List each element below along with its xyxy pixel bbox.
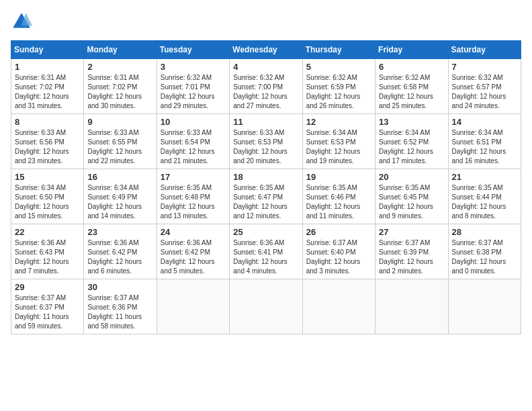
day-number: 3 bbox=[161, 62, 226, 72]
day-info: Sunrise: 6:36 AM Sunset: 6:41 PM Dayligh… bbox=[233, 238, 298, 276]
day-info: Sunrise: 6:35 AM Sunset: 6:48 PM Dayligh… bbox=[161, 183, 226, 221]
day-number: 20 bbox=[379, 172, 444, 182]
day-info: Sunrise: 6:36 AM Sunset: 6:42 PM Dayligh… bbox=[161, 238, 226, 276]
day-cell: 2 Sunrise: 6:31 AM Sunset: 7:02 PM Dayli… bbox=[84, 59, 157, 114]
day-cell bbox=[302, 279, 375, 334]
day-number: 23 bbox=[87, 227, 152, 237]
week-row-5: 29 Sunrise: 6:37 AM Sunset: 6:37 PM Dayl… bbox=[11, 279, 521, 334]
day-info: Sunrise: 6:35 AM Sunset: 6:46 PM Dayligh… bbox=[306, 183, 371, 221]
day-cell: 20 Sunrise: 6:35 AM Sunset: 6:45 PM Dayl… bbox=[375, 169, 448, 224]
day-cell: 10 Sunrise: 6:33 AM Sunset: 6:54 PM Dayl… bbox=[157, 114, 229, 169]
day-cell: 28 Sunrise: 6:37 AM Sunset: 6:38 PM Dayl… bbox=[448, 224, 521, 279]
day-info: Sunrise: 6:32 AM Sunset: 6:59 PM Dayligh… bbox=[306, 73, 371, 111]
day-cell bbox=[375, 279, 448, 334]
day-cell: 17 Sunrise: 6:35 AM Sunset: 6:48 PM Dayl… bbox=[157, 169, 229, 224]
day-cell: 9 Sunrise: 6:33 AM Sunset: 6:55 PM Dayli… bbox=[84, 114, 157, 169]
day-number: 6 bbox=[379, 62, 444, 72]
day-header-friday: Friday bbox=[375, 41, 448, 59]
day-info: Sunrise: 6:34 AM Sunset: 6:50 PM Dayligh… bbox=[15, 183, 80, 221]
day-info: Sunrise: 6:34 AM Sunset: 6:51 PM Dayligh… bbox=[452, 128, 517, 166]
day-number: 22 bbox=[15, 227, 80, 237]
day-number: 27 bbox=[379, 227, 444, 237]
day-info: Sunrise: 6:33 AM Sunset: 6:53 PM Dayligh… bbox=[233, 128, 298, 166]
day-number: 28 bbox=[452, 227, 517, 237]
day-header-saturday: Saturday bbox=[448, 41, 521, 59]
day-number: 7 bbox=[452, 62, 517, 72]
day-header-tuesday: Tuesday bbox=[157, 41, 229, 59]
day-number: 4 bbox=[233, 62, 298, 72]
day-number: 5 bbox=[306, 62, 371, 72]
day-info: Sunrise: 6:36 AM Sunset: 6:43 PM Dayligh… bbox=[15, 238, 80, 276]
day-cell: 15 Sunrise: 6:34 AM Sunset: 6:50 PM Dayl… bbox=[11, 169, 84, 224]
day-number: 18 bbox=[233, 172, 298, 182]
week-row-3: 15 Sunrise: 6:34 AM Sunset: 6:50 PM Dayl… bbox=[11, 169, 521, 224]
day-cell: 21 Sunrise: 6:35 AM Sunset: 6:44 PM Dayl… bbox=[448, 169, 521, 224]
day-cell: 13 Sunrise: 6:34 AM Sunset: 6:52 PM Dayl… bbox=[375, 114, 448, 169]
day-info: Sunrise: 6:32 AM Sunset: 7:01 PM Dayligh… bbox=[161, 73, 226, 111]
day-cell: 24 Sunrise: 6:36 AM Sunset: 6:42 PM Dayl… bbox=[157, 224, 229, 279]
day-cell: 11 Sunrise: 6:33 AM Sunset: 6:53 PM Dayl… bbox=[230, 114, 302, 169]
day-number: 15 bbox=[15, 172, 80, 182]
day-info: Sunrise: 6:31 AM Sunset: 7:02 PM Dayligh… bbox=[15, 73, 80, 111]
day-number: 25 bbox=[233, 227, 298, 237]
day-number: 1 bbox=[15, 62, 80, 72]
day-info: Sunrise: 6:36 AM Sunset: 6:42 PM Dayligh… bbox=[87, 238, 152, 276]
day-info: Sunrise: 6:35 AM Sunset: 6:47 PM Dayligh… bbox=[233, 183, 298, 221]
day-cell: 22 Sunrise: 6:36 AM Sunset: 6:43 PM Dayl… bbox=[11, 224, 84, 279]
day-cell: 6 Sunrise: 6:32 AM Sunset: 6:58 PM Dayli… bbox=[375, 59, 448, 114]
day-header-sunday: Sunday bbox=[11, 41, 84, 59]
day-number: 11 bbox=[233, 117, 298, 127]
day-info: Sunrise: 6:32 AM Sunset: 7:00 PM Dayligh… bbox=[233, 73, 298, 111]
day-info: Sunrise: 6:33 AM Sunset: 6:55 PM Dayligh… bbox=[87, 128, 152, 166]
day-cell: 3 Sunrise: 6:32 AM Sunset: 7:01 PM Dayli… bbox=[157, 59, 229, 114]
day-number: 24 bbox=[161, 227, 226, 237]
day-info: Sunrise: 6:34 AM Sunset: 6:52 PM Dayligh… bbox=[379, 128, 444, 166]
day-info: Sunrise: 6:35 AM Sunset: 6:45 PM Dayligh… bbox=[379, 183, 444, 221]
day-info: Sunrise: 6:37 AM Sunset: 6:36 PM Dayligh… bbox=[87, 293, 152, 331]
day-number: 8 bbox=[15, 117, 80, 127]
day-info: Sunrise: 6:33 AM Sunset: 6:54 PM Dayligh… bbox=[161, 128, 226, 166]
week-row-4: 22 Sunrise: 6:36 AM Sunset: 6:43 PM Dayl… bbox=[11, 224, 521, 279]
day-cell: 29 Sunrise: 6:37 AM Sunset: 6:37 PM Dayl… bbox=[11, 279, 84, 334]
day-cell: 26 Sunrise: 6:37 AM Sunset: 6:40 PM Dayl… bbox=[302, 224, 375, 279]
day-number: 21 bbox=[452, 172, 517, 182]
calendar-header-row: SundayMondayTuesdayWednesdayThursdayFrid… bbox=[11, 41, 521, 59]
day-number: 9 bbox=[87, 117, 152, 127]
day-number: 17 bbox=[161, 172, 226, 182]
day-info: Sunrise: 6:35 AM Sunset: 6:44 PM Dayligh… bbox=[452, 183, 517, 221]
day-cell: 7 Sunrise: 6:32 AM Sunset: 6:57 PM Dayli… bbox=[448, 59, 521, 114]
page-header bbox=[11, 11, 521, 32]
day-info: Sunrise: 6:37 AM Sunset: 6:39 PM Dayligh… bbox=[379, 238, 444, 276]
day-cell: 27 Sunrise: 6:37 AM Sunset: 6:39 PM Dayl… bbox=[375, 224, 448, 279]
day-info: Sunrise: 6:37 AM Sunset: 6:40 PM Dayligh… bbox=[306, 238, 371, 276]
day-info: Sunrise: 6:32 AM Sunset: 6:58 PM Dayligh… bbox=[379, 73, 444, 111]
day-info: Sunrise: 6:34 AM Sunset: 6:49 PM Dayligh… bbox=[87, 183, 152, 221]
logo-icon bbox=[11, 11, 32, 32]
day-cell: 16 Sunrise: 6:34 AM Sunset: 6:49 PM Dayl… bbox=[84, 169, 157, 224]
day-number: 12 bbox=[306, 117, 371, 127]
day-cell: 12 Sunrise: 6:34 AM Sunset: 6:53 PM Dayl… bbox=[302, 114, 375, 169]
day-cell: 5 Sunrise: 6:32 AM Sunset: 6:59 PM Dayli… bbox=[302, 59, 375, 114]
day-info: Sunrise: 6:37 AM Sunset: 6:38 PM Dayligh… bbox=[452, 238, 517, 276]
day-cell bbox=[157, 279, 229, 334]
day-number: 14 bbox=[452, 117, 517, 127]
day-cell: 4 Sunrise: 6:32 AM Sunset: 7:00 PM Dayli… bbox=[230, 59, 302, 114]
day-number: 16 bbox=[87, 172, 152, 182]
day-number: 19 bbox=[306, 172, 371, 182]
day-cell: 30 Sunrise: 6:37 AM Sunset: 6:36 PM Dayl… bbox=[84, 279, 157, 334]
day-number: 26 bbox=[306, 227, 371, 237]
day-info: Sunrise: 6:32 AM Sunset: 6:57 PM Dayligh… bbox=[452, 73, 517, 111]
day-cell: 25 Sunrise: 6:36 AM Sunset: 6:41 PM Dayl… bbox=[230, 224, 302, 279]
logo bbox=[11, 11, 35, 32]
day-header-wednesday: Wednesday bbox=[230, 41, 302, 59]
day-cell: 23 Sunrise: 6:36 AM Sunset: 6:42 PM Dayl… bbox=[84, 224, 157, 279]
day-cell: 14 Sunrise: 6:34 AM Sunset: 6:51 PM Dayl… bbox=[448, 114, 521, 169]
week-row-2: 8 Sunrise: 6:33 AM Sunset: 6:56 PM Dayli… bbox=[11, 114, 521, 169]
day-info: Sunrise: 6:34 AM Sunset: 6:53 PM Dayligh… bbox=[306, 128, 371, 166]
day-info: Sunrise: 6:37 AM Sunset: 6:37 PM Dayligh… bbox=[15, 293, 80, 331]
day-number: 10 bbox=[161, 117, 226, 127]
day-cell: 1 Sunrise: 6:31 AM Sunset: 7:02 PM Dayli… bbox=[11, 59, 84, 114]
week-row-1: 1 Sunrise: 6:31 AM Sunset: 7:02 PM Dayli… bbox=[11, 59, 521, 114]
day-cell: 8 Sunrise: 6:33 AM Sunset: 6:56 PM Dayli… bbox=[11, 114, 84, 169]
day-cell: 18 Sunrise: 6:35 AM Sunset: 6:47 PM Dayl… bbox=[230, 169, 302, 224]
